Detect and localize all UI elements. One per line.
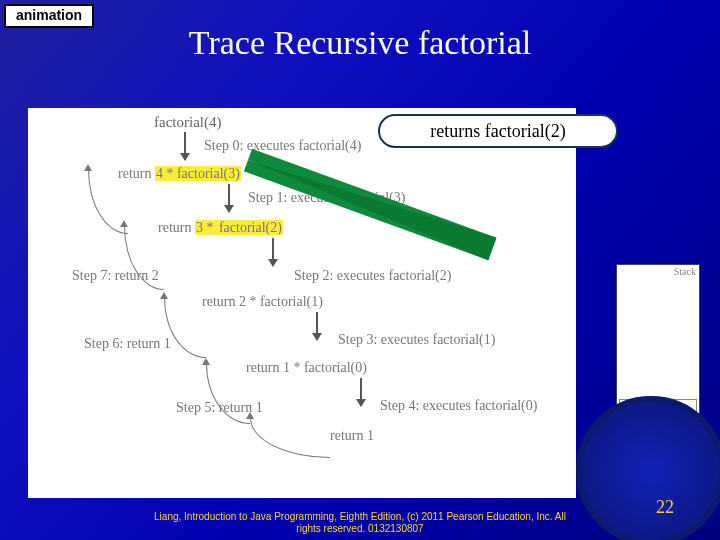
stack-header: Stack [617, 265, 699, 278]
callout-bubble: returns factorial(2) [378, 114, 618, 148]
return-0: return 1 [330, 428, 374, 444]
hl-target: factorial(2) [218, 220, 283, 235]
arrow-icon [272, 238, 274, 266]
return-1: return 1 * factorial(0) [246, 360, 367, 376]
arrowhead-icon [84, 164, 92, 171]
root-call: factorial(4) [154, 114, 221, 131]
step-7: Step 7: return 2 [72, 268, 159, 284]
step-4: Step 4: executes factorial(0) [380, 398, 537, 414]
slide: animation Trace Recursive factorial fact… [0, 0, 720, 540]
arrowhead-icon [120, 220, 128, 227]
credit-line: Liang, Introduction to Java Programming,… [0, 511, 720, 534]
step-6: Step 6: return 1 [84, 336, 171, 352]
slide-title: Trace Recursive factorial [0, 24, 720, 62]
step-0: Step 0: executes factorial(4) [204, 138, 361, 154]
hl: 4 * factorial(3) [155, 166, 241, 181]
step-5: Step 5: return 1 [176, 400, 263, 416]
credit-text-1: Liang, Introduction to Java Programming,… [154, 511, 566, 522]
arrow-icon [228, 184, 230, 212]
return-3: return 3 * factorial(2) [158, 220, 283, 236]
arrow-icon [184, 132, 186, 160]
hl: 3 * [195, 220, 218, 235]
arrowhead-icon [160, 292, 168, 299]
credit-text-2: rights reserved. 0132130807 [296, 523, 423, 534]
return-4: return 4 * factorial(3) [118, 166, 241, 182]
arrowhead-icon [202, 358, 210, 365]
curve [250, 418, 330, 458]
arrow-icon [360, 378, 362, 406]
arrow-icon [316, 312, 318, 340]
step-2: Step 2: executes factorial(2) [294, 268, 451, 284]
step-3: Step 3: executes factorial(1) [338, 332, 495, 348]
return-2: return 2 * factorial(1) [202, 294, 323, 310]
